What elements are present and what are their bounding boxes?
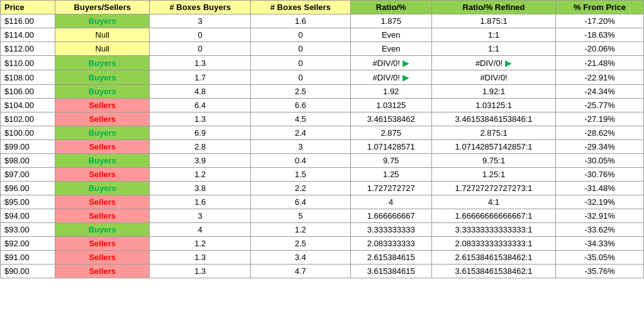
- table-row: $116.00: [1, 14, 55, 28]
- buyers-sellers-cell: Sellers: [55, 99, 150, 112]
- table-row: $108.00: [1, 70, 55, 85]
- table-row: $95.00: [1, 195, 55, 209]
- buyers-sellers-cell: Buyers: [55, 14, 150, 28]
- boxes-sellers-cell: 3.4: [251, 251, 351, 265]
- ratio-refined-cell: 1.72727272727273:1: [431, 182, 556, 195]
- boxes-buyers-cell: 1.2: [150, 237, 251, 251]
- header-buyers-sellers: Buyers/Sellers: [55, 1, 150, 14]
- table-row: $106.00: [1, 85, 55, 99]
- boxes-buyers-cell: 4.8: [150, 85, 251, 99]
- from-price-cell: -17.20%: [556, 14, 644, 28]
- boxes-buyers-cell: 0: [150, 28, 251, 42]
- boxes-sellers-cell: 2.5: [251, 237, 351, 251]
- table-row: $112.00: [1, 42, 55, 56]
- ratio-refined-cell: 3.33333333333333:1: [431, 223, 556, 237]
- boxes-buyers-cell: 6.9: [150, 126, 251, 140]
- buyers-sellers-cell: Sellers: [55, 195, 150, 209]
- table-row: $93.00: [1, 223, 55, 237]
- ratio-cell: 1.727272727: [350, 182, 431, 195]
- table-row: $104.00: [1, 99, 55, 112]
- ratio-cell: 3.333333333: [350, 223, 431, 237]
- buyers-sellers-cell: Sellers: [55, 265, 150, 278]
- boxes-sellers-cell: 6.4: [251, 195, 351, 209]
- table-row: $97.00: [1, 168, 55, 182]
- buyers-sellers-cell: Buyers: [55, 126, 150, 140]
- from-price-cell: -33.62%: [556, 223, 644, 237]
- table-row: $110.00: [1, 56, 55, 70]
- boxes-sellers-cell: 0.4: [251, 154, 351, 168]
- table-row: $91.00: [1, 251, 55, 265]
- buyers-sellers-cell: Sellers: [55, 237, 150, 251]
- buyers-sellers-cell: Buyers: [55, 56, 150, 70]
- boxes-sellers-cell: 0: [251, 70, 351, 85]
- ratio-cell: 2.083333333: [350, 237, 431, 251]
- table-row: $100.00: [1, 126, 55, 140]
- buyers-sellers-cell: Buyers: [55, 223, 150, 237]
- from-price-cell: -28.62%: [556, 126, 644, 140]
- from-price-cell: -22.91%: [556, 70, 644, 85]
- boxes-sellers-cell: 1.5: [251, 168, 351, 182]
- table-row: $102.00: [1, 112, 55, 126]
- ratio-cell: 1.03125: [350, 99, 431, 112]
- header-boxes-buyers: # Boxes Buyers: [150, 1, 251, 14]
- boxes-sellers-cell: 0: [251, 28, 351, 42]
- from-price-cell: -24.34%: [556, 85, 644, 99]
- ratio-cell: 1.071428571: [350, 140, 431, 154]
- boxes-buyers-cell: 1.7: [150, 70, 251, 85]
- boxes-buyers-cell: 1.3: [150, 265, 251, 278]
- ratio-cell: 9.75: [350, 154, 431, 168]
- ratio-refined-cell: 3.46153846153846:1: [431, 112, 556, 126]
- ratio-cell: 3.615384615: [350, 265, 431, 278]
- boxes-sellers-cell: 5: [251, 209, 351, 223]
- boxes-sellers-cell: 0: [251, 42, 351, 56]
- header-boxes-sellers: # Boxes Sellers: [251, 1, 351, 14]
- ratio-cell: 4: [350, 195, 431, 209]
- ratio-refined-cell: 2.08333333333333:1: [431, 237, 556, 251]
- buyers-sellers-cell: Sellers: [55, 140, 150, 154]
- boxes-buyers-cell: 3.9: [150, 154, 251, 168]
- buyers-sellers-cell: Buyers: [55, 154, 150, 168]
- buyers-sellers-cell: Null: [55, 42, 150, 56]
- header-ratio: Ratio/%: [350, 1, 431, 14]
- boxes-sellers-cell: 3: [251, 140, 351, 154]
- ratio-refined-cell: #DIV/0!▶: [431, 56, 556, 70]
- boxes-sellers-cell: 2.4: [251, 126, 351, 140]
- buyers-sellers-cell: Buyers: [55, 70, 150, 85]
- ratio-refined-cell: 1.92:1: [431, 85, 556, 99]
- ratio-cell: 1.92: [350, 85, 431, 99]
- table-row: $94.00: [1, 209, 55, 223]
- buyers-sellers-cell: Sellers: [55, 168, 150, 182]
- from-price-cell: -21.48%: [556, 56, 644, 70]
- table-row: $96.00: [1, 182, 55, 195]
- from-price-cell: -27.19%: [556, 112, 644, 126]
- ratio-refined-cell: 1.03125:1: [431, 99, 556, 112]
- ratio-refined-cell: 9.75:1: [431, 154, 556, 168]
- boxes-buyers-cell: 4: [150, 223, 251, 237]
- buyers-sellers-cell: Buyers: [55, 85, 150, 99]
- ratio-refined-cell: 1.875:1: [431, 14, 556, 28]
- ratio-refined-cell: 1.25:1: [431, 168, 556, 182]
- boxes-buyers-cell: 6.4: [150, 99, 251, 112]
- buyers-sellers-cell: Sellers: [55, 112, 150, 126]
- boxes-sellers-cell: 2.5: [251, 85, 351, 99]
- table-row: $114.00: [1, 28, 55, 42]
- boxes-buyers-cell: 3: [150, 14, 251, 28]
- from-price-cell: -35.05%: [556, 251, 644, 265]
- boxes-sellers-cell: 1.6: [251, 14, 351, 28]
- table-row: $90.00: [1, 265, 55, 278]
- from-price-cell: -31.48%: [556, 182, 644, 195]
- boxes-buyers-cell: 1.3: [150, 251, 251, 265]
- ratio-cell: Even: [350, 28, 431, 42]
- header-price: Price: [1, 1, 55, 14]
- from-price-cell: -32.91%: [556, 209, 644, 223]
- ratio-cell: 3.461538462: [350, 112, 431, 126]
- from-price-cell: -32.19%: [556, 195, 644, 209]
- ratio-cell: Even: [350, 42, 431, 56]
- buyers-sellers-cell: Sellers: [55, 209, 150, 223]
- buyers-sellers-cell: Null: [55, 28, 150, 42]
- from-price-cell: -29.34%: [556, 140, 644, 154]
- buyers-sellers-cell: Sellers: [55, 251, 150, 265]
- boxes-buyers-cell: 1.2: [150, 168, 251, 182]
- boxes-sellers-cell: 6.6: [251, 99, 351, 112]
- boxes-buyers-cell: 3.8: [150, 182, 251, 195]
